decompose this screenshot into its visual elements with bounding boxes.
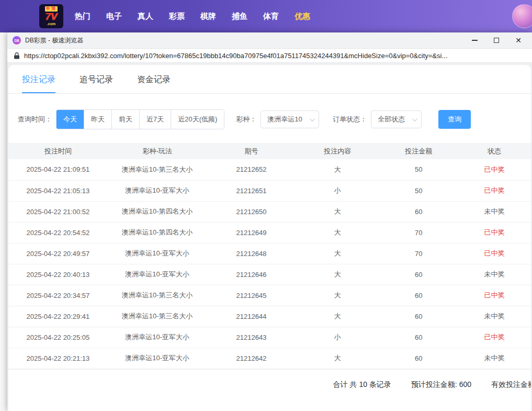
window-title: DB彩票 - 极速浏览器 — [25, 36, 83, 45]
cell-status: 未中奖 — [458, 201, 531, 222]
nav-item-4[interactable]: 彩票 — [169, 12, 185, 21]
cell-amount: 60 — [379, 306, 458, 327]
cell-content: 大 — [296, 159, 379, 180]
column-header-6: 状态 — [458, 143, 531, 159]
cell-content: 大 — [296, 243, 379, 264]
column-header-4: 投注内容 — [296, 143, 379, 159]
table-header-row: 投注时间彩种-玩法期号投注内容投注金额状态 — [8, 143, 531, 159]
cell-issue: 21212648 — [207, 243, 296, 264]
minimize-button[interactable] — [470, 36, 479, 45]
table-row: 2025-04-22 20:21:13澳洲幸运10-亚军大小21212642大6… — [8, 348, 531, 369]
browser-window: D8 DB彩票 - 极速浏览器 ✕ https://ctop02pcali.2k… — [7, 32, 532, 411]
column-header-5: 投注金额 — [379, 143, 458, 159]
bet-records-table: 投注时间彩种-玩法期号投注内容投注金额状态 2025-04-22 21:09:5… — [8, 143, 531, 369]
cell-time: 2025-04-22 20:34:57 — [8, 285, 108, 306]
chevron-down-icon — [412, 116, 417, 121]
cell-issue: 21212651 — [207, 180, 296, 201]
window-controls: ✕ — [470, 36, 523, 45]
nav-item-2[interactable]: 电子 — [106, 12, 122, 21]
table-row: 2025-04-22 20:54:52澳洲幸运10-第四名大小21212649大… — [8, 222, 531, 243]
nav-item-1[interactable]: 热门 — [75, 12, 90, 21]
cell-content: 大 — [296, 222, 379, 243]
cell-content: 小 — [296, 180, 379, 201]
summary-bar: 合计 共 10 条记录预计投注金额: 600有效投注金额 — [8, 369, 531, 399]
time-option-1[interactable]: 今天 — [56, 110, 84, 129]
cell-game: 澳洲幸运10-第四名大小 — [108, 201, 207, 222]
close-button[interactable]: ✕ — [514, 36, 523, 45]
top-navbar: 申博 7V .com 热门电子真人彩票棋牌捕鱼体育优惠 — [0, 0, 532, 32]
cell-time: 2025-04-22 20:29:41 — [8, 306, 108, 327]
column-header-2: 彩种-玩法 — [108, 143, 207, 159]
tab-1[interactable]: 投注记录 — [22, 74, 55, 93]
table-row: 2025-04-22 20:29:41澳洲幸运10-第三名大小21212644大… — [8, 306, 531, 327]
cell-game: 澳洲幸运10-亚军大小 — [108, 327, 207, 348]
cell-issue: 21212646 — [207, 264, 296, 285]
time-option-4[interactable]: 近7天 — [139, 110, 171, 129]
brand-logo[interactable]: 申博 7V .com — [39, 4, 63, 28]
cell-status: 已中奖 — [458, 180, 531, 201]
cell-content: 小 — [296, 327, 379, 348]
cell-issue: 21212643 — [207, 327, 296, 348]
order-status-select[interactable]: 全部状态 — [371, 110, 422, 128]
chevron-down-icon — [310, 116, 315, 121]
cell-amount: 60 — [379, 285, 458, 306]
cell-issue: 21212642 — [207, 348, 296, 369]
records-panel: 投注记录追号记录资金记录 查询时间： 今天昨天前天近7天近20天(低频) 彩种：… — [8, 65, 531, 411]
lottery-select[interactable]: 澳洲幸运10 — [261, 110, 319, 128]
cell-time: 2025-04-22 20:54:52 — [8, 222, 108, 243]
cell-time: 2025-04-22 20:49:57 — [8, 243, 108, 264]
cell-amount: 60 — [379, 327, 458, 348]
nav-item-5[interactable]: 棋牌 — [200, 12, 216, 21]
time-filter-label: 查询时间： — [18, 115, 52, 124]
lottery-filter-label: 彩种： — [236, 115, 256, 124]
table-row: 2025-04-22 20:49:57澳洲幸运10-亚军大小21212648大7… — [8, 243, 531, 264]
brand-logo-text-mid: 7V — [45, 12, 57, 22]
time-option-3[interactable]: 前天 — [111, 110, 139, 129]
url-text: https://ctop02pcali.2kbxi392.com/lottery… — [24, 52, 447, 60]
nav-item-6[interactable]: 捕鱼 — [232, 12, 247, 21]
tab-2[interactable]: 追号记录 — [80, 74, 113, 93]
cell-game: 澳洲幸运10-亚军大小 — [108, 348, 207, 369]
cell-content: 大 — [296, 306, 379, 327]
cell-status: 已中奖 — [458, 243, 531, 264]
cell-amount: 60 — [379, 201, 458, 222]
query-button[interactable]: 查询 — [438, 110, 471, 129]
cell-amount: 50 — [379, 180, 458, 201]
filter-bar: 查询时间： 今天昨天前天近7天近20天(低频) 彩种： 澳洲幸运10 订单状态：… — [8, 94, 531, 143]
nav-item-8[interactable]: 优惠 — [295, 12, 310, 21]
time-filter-group: 今天昨天前天近7天近20天(低频) — [56, 109, 224, 129]
cell-game: 澳洲幸运10-第三名大小 — [108, 285, 207, 306]
time-option-2[interactable]: 昨天 — [84, 110, 111, 129]
cell-content: 大 — [296, 348, 379, 369]
avatar[interactable] — [512, 4, 532, 28]
cell-game: 澳洲幸运10-亚军大小 — [108, 180, 207, 201]
table-row: 2025-04-22 21:09:51澳洲幸运10-第三名大小21212652大… — [8, 159, 531, 180]
time-option-5[interactable]: 近20天(低频) — [171, 110, 224, 129]
column-header-3: 期号 — [207, 143, 296, 159]
cell-game: 澳洲幸运10-第四名大小 — [108, 222, 207, 243]
cell-status: 未中奖 — [458, 348, 531, 369]
order-status-label: 订单状态： — [333, 115, 367, 124]
column-header-1: 投注时间 — [8, 143, 108, 159]
maximize-icon — [494, 38, 499, 43]
pagination: 上一页 1 下一页 前往 页 — [8, 399, 531, 411]
cell-time: 2025-04-22 20:21:13 — [8, 348, 108, 369]
order-status-value: 全部状态 — [378, 115, 405, 124]
db-lottery-icon: D8 — [13, 36, 21, 45]
top-nav-items: 热门电子真人彩票棋牌捕鱼体育优惠 — [75, 12, 310, 21]
lock-icon — [14, 52, 20, 59]
cell-status: 已中奖 — [458, 285, 531, 306]
cell-status: 已中奖 — [458, 159, 531, 180]
window-titlebar: D8 DB彩票 - 极速浏览器 ✕ — [7, 32, 532, 49]
nav-item-3[interactable]: 真人 — [138, 12, 153, 21]
cell-issue: 21212652 — [207, 159, 296, 180]
cell-time: 2025-04-22 20:40:13 — [8, 264, 108, 285]
cell-issue: 21212644 — [207, 306, 296, 327]
tab-3[interactable]: 资金记录 — [137, 74, 171, 93]
nav-item-7[interactable]: 体育 — [263, 12, 279, 21]
summary-item-3: 有效投注金额 — [491, 380, 531, 390]
maximize-button[interactable] — [492, 36, 501, 45]
url-bar[interactable]: https://ctop02pcali.2kbxi392.com/lottery… — [7, 49, 532, 63]
summary-item-1: 合计 共 10 条记录 — [333, 380, 391, 390]
lottery-select-value: 澳洲幸运10 — [267, 115, 302, 124]
